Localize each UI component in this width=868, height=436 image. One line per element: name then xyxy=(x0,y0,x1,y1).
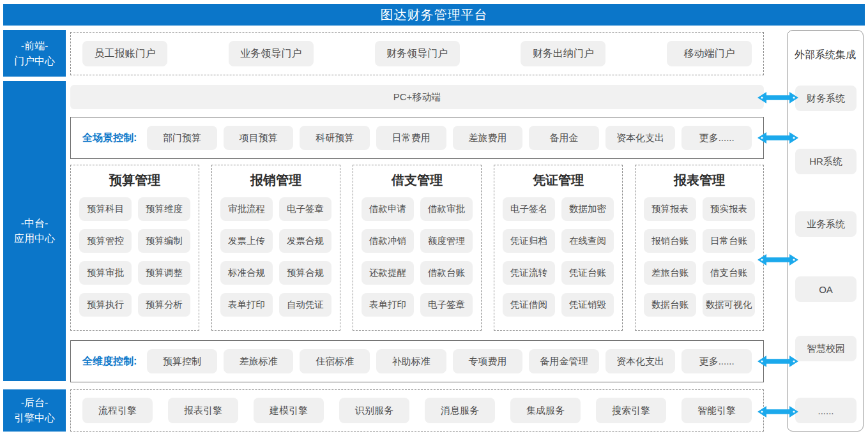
module-node: 差旅台账 xyxy=(644,261,696,285)
module-node: 报销台账 xyxy=(644,229,696,253)
double-arrow-icon xyxy=(757,354,799,368)
double-arrow-icon xyxy=(757,91,799,105)
module-grid: 借款申请借款审批借款冲销额度管理还款提醒借款台账表单打印电子签章 xyxy=(353,197,481,317)
module-columns: 预算管理 预算科目预算维度预算管控预算编制预算审批预算调整预算执行预算分析 报销… xyxy=(70,165,764,331)
dimension-control-node: 差旅标准 xyxy=(224,349,294,373)
module-reimbursement-management: 报销管理 审批流程电子签章发票上传发票合规标准合规预算合规表单打印自动凭证 xyxy=(211,165,340,331)
module-node: 预算审批 xyxy=(79,261,132,285)
engine-node: 消息服务 xyxy=(425,398,495,423)
architecture-diagram: 图达财务管理平台 -前端- 门户中心 -中台- 应用中心 -后台- 引擎中心 员… xyxy=(0,0,868,436)
scene-control-node: 差旅费用 xyxy=(453,126,523,150)
portal-node: 财务领导门户 xyxy=(375,41,460,66)
page-title-bar: 图达财务管理平台 xyxy=(3,4,865,26)
dimension-control-items: 预算控制差旅标准住宿标准补助标准专项费用备用金管理资本化支出更多...... xyxy=(147,349,752,373)
module-node: 凭证归档 xyxy=(503,229,555,253)
module-node: 数据台账 xyxy=(644,293,696,317)
module-node: 凭证借阅 xyxy=(503,293,555,317)
engine-node: 集成服务 xyxy=(510,398,581,423)
dimension-control-row: 全维度控制: 预算控制差旅标准住宿标准补助标准专项费用备用金管理资本化支出更多.… xyxy=(70,340,764,382)
sidebar-middle-line2: 应用中心 xyxy=(14,231,55,246)
module-loan-management: 借支管理 借款申请借款审批借款冲销额度管理还款提醒借款台账表单打印电子签章 xyxy=(353,165,482,331)
external-system-node: 财务系统 xyxy=(795,86,857,111)
scene-control-items: 部门预算项目预算科研预算日常费用差旅费用备用金资本化支出更多...... xyxy=(147,126,752,150)
double-arrow-icon xyxy=(757,131,799,145)
module-grid: 预算科目预算维度预算管控预算编制预算审批预算调整预算执行预算分析 xyxy=(71,197,199,317)
engine-node: 报表引擎 xyxy=(168,398,238,423)
external-system-node: HR系统 xyxy=(795,149,857,174)
sidebar-middle-app-center: -中台- 应用中心 xyxy=(3,81,66,381)
module-node: 标准合规 xyxy=(220,261,273,285)
pc-mobile-label: PC+移动端 xyxy=(393,91,441,103)
scene-control-node: 资本化支出 xyxy=(605,126,676,150)
engine-node: 识别服务 xyxy=(339,398,409,423)
scene-control-node: 部门预算 xyxy=(147,126,217,150)
dimension-control-node: 更多...... xyxy=(681,349,752,373)
scene-control-row: 全场景控制: 部门预算项目预算科研预算日常费用差旅费用备用金资本化支出更多...… xyxy=(70,117,764,159)
module-node: 电子签章 xyxy=(279,197,331,221)
module-node: 在线查阅 xyxy=(561,229,614,253)
module-node: 电子签章 xyxy=(420,293,473,317)
external-system-node: OA xyxy=(795,276,857,302)
module-node: 预算报表 xyxy=(644,197,696,221)
dimension-control-node: 预算控制 xyxy=(147,349,217,373)
module-grid: 预算报表预实报表报销台账日常台账差旅台账借支台账数据台账数据可视化 xyxy=(636,197,763,317)
dimension-control-node: 资本化支出 xyxy=(605,349,676,373)
module-node: 发票上传 xyxy=(220,229,273,253)
scene-control-node: 日常费用 xyxy=(376,126,446,150)
sidebar-back-engine-center: -后台- 引擎中心 xyxy=(3,389,66,432)
sidebar-front-line1: -前端- xyxy=(21,38,49,54)
portal-node: 移动端门户 xyxy=(667,41,752,66)
external-system-node: ...... xyxy=(795,398,857,423)
module-node: 借款审批 xyxy=(420,197,473,221)
portal-node: 业务领导门户 xyxy=(229,41,314,66)
module-node: 发票合规 xyxy=(279,229,331,253)
sidebar-back-line1: -后台- xyxy=(21,395,49,410)
module-node: 预算分析 xyxy=(138,293,190,317)
module-node: 预算合规 xyxy=(279,261,331,285)
module-node: 预算执行 xyxy=(79,293,132,317)
sidebar-middle-line1: -中台- xyxy=(21,216,49,231)
engine-row: 流程引擎报表引擎建模引擎识别服务消息服务集成服务搜索引擎智能引擎 xyxy=(70,389,764,432)
module-report-management: 报表管理 预算报表预实报表报销台账日常台账差旅台账借支台账数据台账数据可视化 xyxy=(635,165,764,331)
external-systems-title: 外部系统集成 xyxy=(788,49,863,62)
external-system-node: 智慧校园 xyxy=(795,336,857,361)
scene-control-label: 全场景控制: xyxy=(82,132,137,145)
module-node: 凭证销毁 xyxy=(561,293,614,317)
dimension-control-label: 全维度控制: xyxy=(82,355,137,368)
module-node: 借款申请 xyxy=(362,197,414,221)
module-node: 凭证流转 xyxy=(503,261,555,285)
module-node: 预算维度 xyxy=(138,197,190,221)
engine-node: 搜索引擎 xyxy=(596,398,666,423)
engine-node: 流程引擎 xyxy=(82,398,153,423)
module-title: 预算管理 xyxy=(71,165,199,197)
portal-node: 财务出纳门户 xyxy=(521,41,605,66)
engine-node: 智能引擎 xyxy=(681,398,752,423)
dimension-control-node: 住宿标准 xyxy=(300,349,370,373)
module-node: 电子签名 xyxy=(503,197,555,221)
sidebar-front-portal-center: -前端- 门户中心 xyxy=(3,30,66,77)
scene-control-node: 项目预算 xyxy=(224,126,294,150)
module-node: 自动凭证 xyxy=(279,293,331,317)
module-budget-management: 预算管理 预算科目预算维度预算管控预算编制预算审批预算调整预算执行预算分析 xyxy=(70,165,199,331)
module-node: 表单打印 xyxy=(220,293,273,317)
module-node: 预算编制 xyxy=(138,229,190,253)
module-title: 凭证管理 xyxy=(494,165,622,197)
module-title: 借支管理 xyxy=(353,165,481,197)
module-node: 数据可视化 xyxy=(703,293,755,317)
scene-control-node: 科研预算 xyxy=(300,126,370,150)
pc-mobile-bar: PC+移动端 xyxy=(70,85,764,109)
external-system-node: 业务系统 xyxy=(795,211,857,237)
scene-control-node: 更多...... xyxy=(681,126,752,150)
module-node: 日常台账 xyxy=(703,229,755,253)
module-title: 报表管理 xyxy=(636,165,763,197)
page-title: 图达财务管理平台 xyxy=(381,6,488,24)
scene-control-node: 备用金 xyxy=(529,126,599,150)
double-arrow-icon xyxy=(757,405,799,419)
module-grid: 审批流程电子签章发票上传发票合规标准合规预算合规表单打印自动凭证 xyxy=(212,197,340,317)
module-title: 报销管理 xyxy=(212,165,340,197)
module-node: 额度管理 xyxy=(420,229,473,253)
module-node: 预算科目 xyxy=(79,197,132,221)
module-voucher-management: 凭证管理 电子签名数据加密凭证归档在线查阅凭证流转凭证台账凭证借阅凭证销毁 xyxy=(494,165,623,331)
portal-node: 员工报账门户 xyxy=(82,41,167,66)
module-node: 审批流程 xyxy=(220,197,273,221)
